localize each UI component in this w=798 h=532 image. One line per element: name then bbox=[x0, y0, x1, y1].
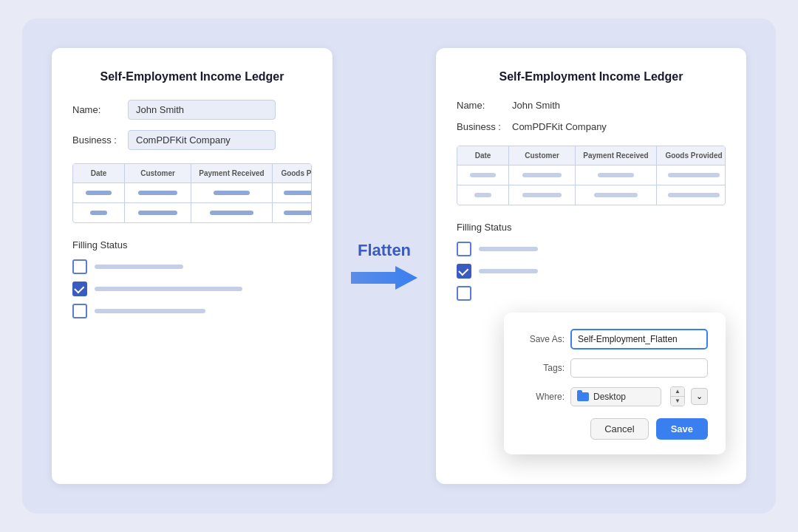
table-row bbox=[73, 202, 311, 222]
right-filling-status-title: Filling Status bbox=[457, 222, 726, 233]
save-as-row: Save As: bbox=[522, 329, 708, 349]
table-row bbox=[457, 165, 725, 185]
right-panel-title: Self-Employment Income Ledger bbox=[457, 70, 726, 83]
left-checkbox-3[interactable] bbox=[72, 304, 87, 318]
right-r2-customer bbox=[509, 185, 576, 205]
right-checkbox-3 bbox=[457, 286, 471, 301]
right-checkbox-row-3 bbox=[457, 286, 726, 301]
tags-input[interactable] bbox=[570, 358, 708, 378]
dialog-buttons: Cancel Save bbox=[522, 418, 708, 440]
folder-icon bbox=[577, 392, 589, 401]
flatten-arrow-section: Flatten bbox=[332, 241, 436, 291]
left-r2-customer[interactable] bbox=[125, 203, 191, 222]
right-r2-date bbox=[457, 185, 509, 205]
left-table: Date Customer Payment Received Goods Pro… bbox=[72, 163, 312, 223]
where-dropdown-btn[interactable]: ⌄ bbox=[691, 388, 708, 405]
where-select[interactable]: Desktop bbox=[570, 387, 661, 406]
right-checkbox-row-2 bbox=[457, 264, 726, 279]
right-checkbox-label-2 bbox=[479, 269, 538, 273]
right-r1-payment bbox=[576, 166, 657, 185]
table-row bbox=[457, 185, 725, 205]
table-row bbox=[73, 183, 311, 202]
left-r2-goods[interactable] bbox=[273, 203, 312, 222]
where-value: Desktop bbox=[593, 392, 626, 402]
where-label: Where: bbox=[522, 392, 565, 402]
right-name-label: Name: bbox=[457, 100, 505, 111]
right-name-row: Name: John Smith bbox=[457, 100, 726, 111]
right-filling-status: Filling Status bbox=[457, 222, 726, 301]
right-r1-customer bbox=[509, 166, 576, 185]
left-col-date: Date bbox=[73, 164, 125, 183]
stepper-buttons[interactable]: ▲ ▼ bbox=[670, 386, 685, 406]
left-business-input[interactable]: ComPDFKit Company bbox=[128, 130, 276, 150]
left-checkbox-2[interactable] bbox=[72, 282, 87, 296]
right-business-value: ComPDFKit Company bbox=[512, 121, 607, 132]
save-dialog: Save As: Tags: Where: Desktop ▲ ▼ ⌄ bbox=[504, 313, 726, 454]
stepper-down[interactable]: ▼ bbox=[671, 397, 684, 406]
left-name-label: Name: bbox=[72, 104, 120, 115]
left-r1-customer[interactable] bbox=[125, 183, 191, 202]
flatten-arrow-icon bbox=[351, 265, 417, 291]
right-col-date: Date bbox=[457, 146, 509, 165]
right-panel-wrapper: Self-Employment Income Ledger Name: John… bbox=[436, 48, 746, 484]
right-col-payment: Payment Received bbox=[576, 146, 657, 165]
right-col-customer: Customer bbox=[509, 146, 576, 165]
right-name-value: John Smith bbox=[512, 100, 560, 111]
flatten-label: Flatten bbox=[358, 241, 411, 260]
right-table: Date Customer Payment Received Goods Pro… bbox=[457, 146, 726, 205]
cancel-button[interactable]: Cancel bbox=[590, 418, 648, 440]
right-checkbox-row-1 bbox=[457, 242, 726, 256]
left-r2-payment[interactable] bbox=[191, 203, 273, 222]
save-button[interactable]: Save bbox=[656, 418, 708, 440]
outer-container: Self-Employment Income Ledger Name: John… bbox=[22, 18, 776, 514]
left-panel: Self-Employment Income Ledger Name: John… bbox=[52, 48, 332, 484]
tags-label: Tags: bbox=[522, 363, 565, 373]
where-row: Where: Desktop ▲ ▼ ⌄ bbox=[522, 386, 708, 406]
left-panel-title: Self-Employment Income Ledger bbox=[72, 70, 312, 83]
left-checkbox-label-1 bbox=[95, 265, 183, 269]
left-col-goods: Goods Provided bbox=[273, 164, 312, 183]
right-business-row: Business : ComPDFKit Company bbox=[457, 121, 726, 132]
left-business-label: Business : bbox=[72, 134, 120, 146]
left-col-payment: Payment Received bbox=[191, 164, 273, 183]
save-as-label: Save As: bbox=[522, 334, 565, 344]
left-checkbox-row-1 bbox=[72, 259, 312, 274]
right-col-goods: Goods Provided bbox=[657, 146, 726, 165]
save-as-input[interactable] bbox=[570, 329, 708, 349]
left-r1-date[interactable] bbox=[73, 183, 125, 202]
left-r2-date[interactable] bbox=[73, 203, 125, 222]
left-table-header: Date Customer Payment Received Goods Pro… bbox=[73, 164, 311, 183]
left-filling-status: Filling Status bbox=[72, 239, 312, 318]
right-r1-goods bbox=[657, 166, 726, 185]
right-checkbox-label-1 bbox=[479, 247, 538, 251]
stepper-up[interactable]: ▲ bbox=[671, 387, 684, 397]
left-r1-goods[interactable] bbox=[273, 183, 312, 202]
tags-row: Tags: bbox=[522, 358, 708, 378]
svg-marker-0 bbox=[351, 266, 417, 290]
right-table-header: Date Customer Payment Received Goods Pro… bbox=[457, 146, 725, 165]
left-checkbox-row-3 bbox=[72, 304, 312, 318]
right-checkbox-1 bbox=[457, 242, 471, 256]
left-business-row: Business : ComPDFKit Company bbox=[72, 130, 312, 150]
left-filling-status-title: Filling Status bbox=[72, 239, 312, 250]
right-r1-date bbox=[457, 166, 509, 185]
right-r2-goods bbox=[657, 185, 726, 205]
left-checkbox-label-3 bbox=[95, 309, 205, 313]
right-business-label: Business : bbox=[457, 121, 505, 132]
left-checkbox-1[interactable] bbox=[72, 259, 87, 274]
left-checkbox-row-2 bbox=[72, 282, 312, 296]
left-r1-payment[interactable] bbox=[191, 183, 273, 202]
right-checkbox-2 bbox=[457, 264, 471, 279]
left-checkbox-label-2 bbox=[95, 287, 242, 291]
right-r2-payment bbox=[576, 185, 657, 205]
left-col-customer: Customer bbox=[125, 164, 191, 183]
left-name-input[interactable]: John Smith bbox=[128, 100, 276, 120]
left-name-row: Name: John Smith bbox=[72, 100, 312, 120]
